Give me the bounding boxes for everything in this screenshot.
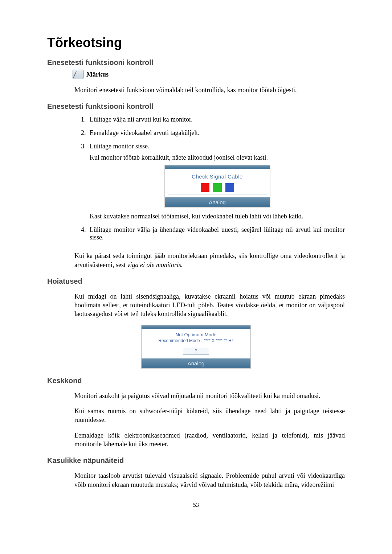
bottom-rule — [47, 498, 345, 498]
panel-head-2 — [142, 325, 250, 329]
selftest-steps: Lülitage välja nii arvuti kui ka monitor… — [74, 114, 345, 245]
not-optimum-line2: Recommended Mode : **** X **** ** Hz — [144, 338, 248, 343]
keskkond-p3: Eemaldage kõik elektroonikaseadmed (raad… — [74, 431, 345, 449]
section-napunaiteid-heading: Kasulikke näpunäiteid — [47, 456, 345, 465]
napunaiteid-text: Monitor taasloob arvutist tulevaid visua… — [74, 471, 345, 489]
selftest-closing: Kui ka pärast seda toimingut jääb monito… — [74, 251, 345, 269]
step-2: Eemaldage videokaabel arvuti tagaküljelt… — [87, 127, 345, 140]
panel-check-signal: Check Signal Cable Analog — [164, 165, 270, 208]
blue-square — [225, 183, 234, 192]
green-square — [213, 183, 222, 192]
figure-check-signal: Check Signal Cable Analog — [90, 165, 345, 208]
figure-not-optimum: Not Optimum Mode Recommended Mode : ****… — [47, 325, 345, 369]
rgb-squares — [168, 183, 267, 192]
question-box: ? — [183, 347, 209, 355]
page-number: 53 — [47, 502, 345, 508]
note-row: Märkus — [73, 70, 345, 79]
panel-foot-analog-2: Analog — [142, 358, 250, 368]
selftest-intro: Monitori enesetesti funktsioon võimaldab… — [74, 86, 345, 94]
top-rule — [47, 22, 345, 22]
panel-not-optimum: Not Optimum Mode Recommended Mode : ****… — [141, 325, 251, 369]
section-keskkond-heading: Keskkond — [47, 377, 345, 385]
step-4: Lülitage monitor välja ja ühendage video… — [87, 224, 345, 245]
not-optimum-line1: Not Optimum Mode — [144, 332, 248, 337]
note-icon — [73, 70, 83, 79]
step-1: Lülitage välja nii arvuti kui ka monitor… — [87, 114, 345, 127]
keskkond-p1: Monitori asukoht ja paigutus võivad mõju… — [74, 391, 345, 400]
page: Tõrkeotsing Enesetesti funktsiooni kontr… — [47, 0, 345, 523]
step-3-text: Lülitage monitor sisse. — [90, 143, 149, 150]
closing-italic: viga ei ole monitoris. — [127, 261, 183, 268]
after-figure-text: Kast kuvatakse normaalsel töötamisel, ku… — [90, 213, 345, 220]
page-title: Tõrkeotsing — [47, 35, 345, 50]
panel-body: Check Signal Cable — [165, 169, 270, 197]
keskkond-p2: Kui samas ruumis on subwoofer-tüüpi kõla… — [74, 407, 345, 424]
section-selftest-2-heading: Enesetesti funktsiooni kontroll — [47, 102, 345, 111]
note-label: Märkus — [86, 71, 109, 78]
hoiatused-text: Kui midagi on lahti sisendsignaaliga, ku… — [74, 292, 345, 319]
red-square — [201, 183, 209, 192]
check-signal-text: Check Signal Cable — [168, 173, 267, 180]
panel-foot-analog: Analog — [165, 197, 270, 207]
step-3: Lülitage monitor sisse. Kui monitor tööt… — [87, 140, 345, 224]
panel-sep — [168, 194, 267, 194]
panel-head — [165, 165, 270, 169]
panel-body-2: Not Optimum Mode Recommended Mode : ****… — [142, 329, 250, 358]
closing-prefix: Kui ka pärast seda toimingut jääb monito… — [74, 252, 345, 268]
section-hoiatused-heading: Hoiatused — [47, 277, 345, 286]
section-selftest-1-heading: Enesetesti funktsiooni kontroll — [47, 58, 345, 67]
step-3-sub: Kui monitor töötab korralikult, näete al… — [90, 154, 345, 161]
